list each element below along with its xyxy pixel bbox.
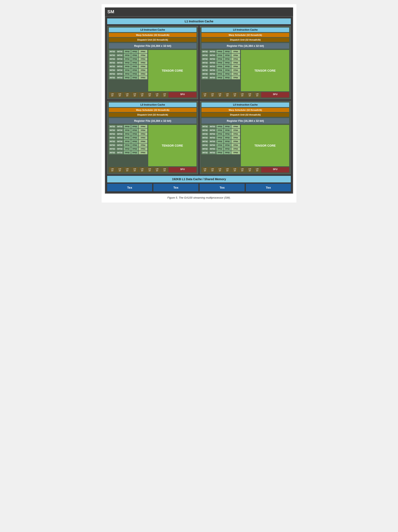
q2-ldst-2: LD/ST [209,92,216,98]
q2-cuda-row-7: INT32 INT32 FP32 FP32 FP64 [202,72,240,76]
q2-int32-2a: INT32 [202,54,209,57]
q3-fp64-2: FP64 [139,129,147,132]
q4-fp32-2b: FP32 [224,129,231,132]
q3-cuda-row-6: INT32 INT32 FP32 FP32 FP64 [109,144,147,147]
q3-int32-6a: INT32 [109,144,116,147]
q1-fp64-3: FP64 [139,57,147,61]
q4-ldst-8: LD/ST [254,167,261,172]
q4-fp64-3: FP64 [231,132,240,136]
q2-cuda-row-2: INT32 INT32 FP32 FP32 FP64 [202,54,240,57]
q1-int32-3a: INT32 [109,57,116,61]
page-container: SM L1 Instruction Cache L0 Instruction C… [102,4,296,203]
q1-int32-3b: INT32 [116,57,123,61]
q3-fp32-3b: FP32 [131,132,138,136]
q2-int32-7b: INT32 [209,72,216,76]
q1-fp32-8a: FP32 [124,76,131,79]
q2-fp32-8a: FP32 [216,76,223,79]
q4-cuda-row-1: INT32 INT32 FP32 FP32 FP64 [202,125,240,128]
q3-ldst-6: LD/ST [146,167,153,172]
q2-ldst-1: LD/ST [202,92,209,98]
q1-ldst-7: LD/ST [154,92,161,98]
q4-cuda-row-6: INT32 INT32 FP32 FP32 FP64 [202,144,240,147]
q4-cuda-row-8: INT32 INT32 FP32 FP32 FP64 [202,151,240,154]
q3-bottom-row: LD/ST LD/ST LD/ST LD/ST LD/ST LD/ST LD/S… [109,167,196,172]
q3-ldst-5: LD/ST [139,167,146,172]
q3-tensor-core: TENSOR CORE [148,125,196,166]
q1-fp32-1a: FP32 [124,50,131,53]
q1-ldst-2: LD/ST [116,92,123,98]
q1-int32-6a: INT32 [109,69,116,72]
q3-cuda-row-1: INT32 INT32 FP32 FP32 FP64 [109,125,147,128]
q1-sfu: SFU [169,92,196,98]
q3-int32-2a: INT32 [109,129,116,132]
q2-int32-5a: INT32 [202,65,209,68]
figure-caption: Figure 5. The GA100 streaming multiproce… [105,196,293,199]
q2-fp64-4: FP64 [231,61,240,64]
q4-fp64-1: FP64 [231,125,240,128]
q2-fp32-7a: FP32 [216,72,223,76]
q3-l0-cache: L0 Instruction Cache [109,102,196,107]
q4-cuda-row-5: INT32 INT32 FP32 FP32 FP64 [202,140,240,143]
quadrant-4: L0 Instruction Cache Warp Scheduler (32 … [200,101,291,174]
q3-int32-8a: INT32 [109,151,116,154]
q1-cuda-row-3: INT32 INT32 FP32 FP32 FP64 [109,57,147,61]
q1-cuda-units: INT32 INT32 FP32 FP32 FP64 INT32 INT32 F… [109,50,147,91]
q4-int32-6b: INT32 [209,144,216,147]
q4-dispatch-unit: Dispatch Unit (32 thread/clk) [202,113,289,117]
q3-warp-scheduler: Warp Scheduler (32 thread/clk) [109,108,196,112]
q2-ldst-4: LD/ST [224,92,231,98]
q1-fp32-6a: FP32 [124,69,131,72]
q3-fp32-5a: FP32 [124,140,131,143]
q2-fp32-3a: FP32 [216,57,223,61]
q1-int32-2a: INT32 [109,54,116,57]
q2-warp-scheduler: Warp Scheduler (32 thread/clk) [202,33,289,37]
q3-int32-2b: INT32 [116,129,123,132]
q2-bottom-row: LD/ST LD/ST LD/ST LD/ST LD/ST LD/ST LD/S… [202,92,289,98]
q2-int32-8a: INT32 [202,76,209,79]
q4-fp32-1a: FP32 [216,125,223,128]
q1-int32-8b: INT32 [116,76,123,79]
tex-unit-4: Tex [246,184,291,191]
q4-int32-3a: INT32 [202,132,209,136]
q3-int32-8b: INT32 [116,151,123,154]
q1-int32-5a: INT32 [109,65,116,68]
q2-int32-3a: INT32 [202,57,209,61]
q2-cuda-row-5: INT32 INT32 FP32 FP32 FP64 [202,65,240,68]
q4-tensor-core: TENSOR CORE [241,125,289,166]
q3-int32-1b: INT32 [116,125,123,128]
tex-unit-2: Tex [153,184,198,191]
q1-int32-7a: INT32 [109,72,116,76]
q1-dispatch-unit: Dispatch Unit (32 thread/clk) [109,38,196,42]
q1-int32-4b: INT32 [116,61,123,64]
q4-fp32-6a: FP32 [216,144,223,147]
q3-fp32-4b: FP32 [131,136,138,139]
q1-int32-1a: INT32 [109,50,116,53]
q3-int32-4a: INT32 [109,136,116,139]
q3-cuda-row-3: INT32 INT32 FP32 FP32 FP64 [109,132,147,136]
q2-fp32-6b: FP32 [224,69,231,72]
q4-int32-3b: INT32 [209,132,216,136]
q1-int32-5b: INT32 [116,65,123,68]
q3-ldst-7: LD/ST [154,167,161,172]
q1-fp32-7b: FP32 [131,72,138,76]
q1-ldst-5: LD/ST [139,92,146,98]
q4-compute-area: INT32 INT32 FP32 FP32 FP64 INT32 INT32 F… [202,125,289,166]
q1-fp64-4: FP64 [139,61,147,64]
q4-ldst-6: LD/ST [239,167,246,172]
q2-cuda-row-4: INT32 INT32 FP32 FP32 FP64 [202,61,240,64]
q1-fp32-2b: FP32 [131,54,138,57]
q3-fp32-6a: FP32 [124,144,131,147]
q3-fp32-4a: FP32 [124,136,131,139]
q4-ldst-5: LD/ST [231,167,238,172]
q2-ldst-7: LD/ST [246,92,253,98]
q3-fp64-8: FP64 [139,151,147,154]
q3-int32-5b: INT32 [116,140,123,143]
q2-fp64-2: FP64 [231,54,240,57]
sm-title: SM [105,7,293,16]
q1-fp32-7a: FP32 [124,72,131,76]
q2-int32-4b: INT32 [209,61,216,64]
q4-fp64-8: FP64 [231,151,240,154]
q2-cuda-row-8: INT32 INT32 FP32 FP32 FP64 [202,76,240,79]
q4-sfu: SFU [261,167,289,172]
q2-int32-5b: INT32 [209,65,216,68]
